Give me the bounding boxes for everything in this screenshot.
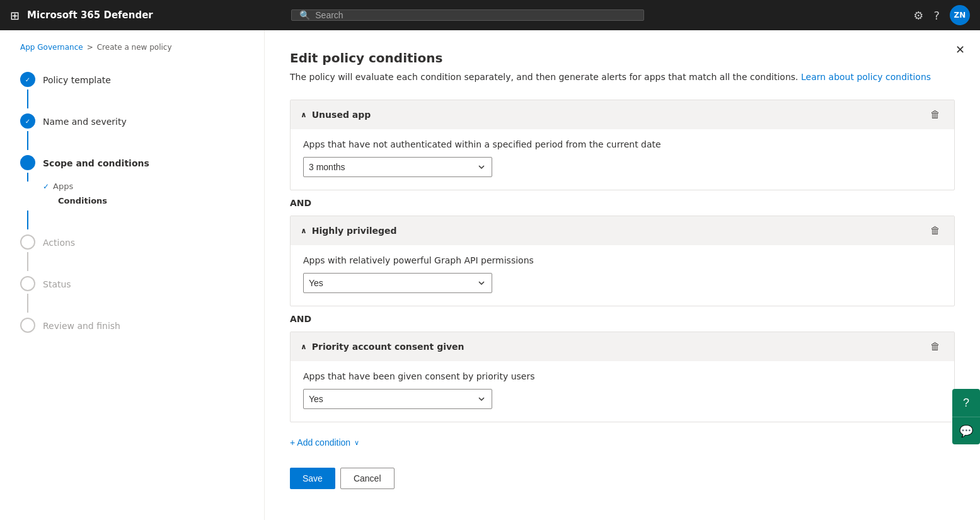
add-condition-button[interactable]: + Add condition ∨ — [290, 432, 359, 453]
connector-1 — [27, 90, 28, 108]
breadcrumb-parent[interactable]: App Governance — [20, 43, 83, 52]
step-label-4: Actions — [43, 236, 75, 248]
condition-highly-privileged: ∧ Highly privileged 🗑 Apps with relative… — [290, 216, 955, 306]
floating-chat-button[interactable]: 💬 — [952, 417, 980, 444]
step-label-5: Status — [43, 278, 71, 289]
step-sub-apps: ✓ Apps — [20, 182, 264, 196]
breadcrumb-separator: > — [87, 43, 93, 52]
condition-body-2: Apps with relatively powerful Graph API … — [291, 245, 954, 306]
breadcrumb-current: Create a new policy — [97, 43, 172, 52]
condition-unused-app: ∧ Unused app 🗑 Apps that have not authen… — [290, 100, 955, 190]
step-circle-2: ✓ — [20, 113, 35, 129]
main-content: ✕ Edit policy conditions The policy will… — [265, 30, 980, 520]
condition-2-dropdown[interactable]: Yes No — [303, 273, 492, 293]
step-scope-conditions: Scope and conditions ✓ Apps — [20, 153, 264, 229]
step-circle-1: ✓ — [20, 72, 35, 87]
step-circle-3 — [20, 155, 35, 170]
layout: App Governance > Create a new policy ✓ P… — [0, 30, 980, 520]
step-sub-apps-label: Apps — [53, 182, 73, 191]
step-policy-template: ✓ Policy template — [20, 69, 264, 108]
sidebar: App Governance > Create a new policy ✓ P… — [0, 30, 265, 520]
add-condition-label: + Add condition — [290, 437, 350, 448]
connector-4 — [27, 252, 28, 271]
connector-5 — [27, 294, 28, 313]
learn-more-link[interactable]: Learn about policy conditions — [801, 72, 931, 82]
close-button[interactable]: ✕ — [955, 43, 965, 57]
condition-3-dropdown[interactable]: Yes No — [303, 389, 492, 409]
topbar-right: ⚙ ? ZN — [913, 5, 970, 25]
condition-header-1: ∧ Unused app 🗑 — [291, 100, 954, 129]
chevron-up-icon-1: ∧ — [301, 110, 307, 119]
condition-1-dropdown[interactable]: 3 months 1 month 2 months 6 months 12 mo… — [303, 157, 492, 177]
help-icon[interactable]: ? — [933, 9, 940, 22]
save-button[interactable]: Save — [290, 468, 335, 489]
step-label-1: Policy template — [43, 74, 111, 85]
app-title: Microsoft 365 Defender — [27, 9, 153, 21]
step-circle-4 — [20, 234, 35, 250]
condition-header-3: ∧ Priority account consent given 🗑 — [291, 332, 954, 361]
and-label-2: AND — [290, 306, 955, 332]
condition-priority-consent: ∧ Priority account consent given 🗑 Apps … — [290, 332, 955, 422]
page-description: The policy will evaluate each condition … — [290, 72, 955, 82]
step-sub-conditions-label: Conditions — [58, 196, 107, 205]
settings-icon[interactable]: ⚙ — [913, 9, 923, 22]
topbar: ⊞ Microsoft 365 Defender 🔍 ⚙ ? ZN — [0, 0, 980, 30]
delete-condition-2-button[interactable]: 🗑 — [926, 224, 944, 238]
chevron-up-icon-3: ∧ — [301, 342, 307, 351]
search-input[interactable] — [315, 10, 636, 20]
condition-header-2: ∧ Highly privileged 🗑 — [291, 216, 954, 245]
condition-desc-1: Apps that have not authenticated within … — [303, 139, 942, 149]
chevron-down-icon: ∨ — [354, 439, 359, 447]
step-label-6: Review and finish — [43, 320, 120, 331]
condition-body-3: Apps that have been given consent by pri… — [291, 361, 954, 422]
condition-body-1: Apps that have not authenticated within … — [291, 129, 954, 190]
step-label-3: Scope and conditions — [43, 157, 149, 168]
grid-icon[interactable]: ⊞ — [10, 9, 20, 22]
delete-condition-1-button[interactable]: 🗑 — [926, 108, 944, 122]
breadcrumb: App Governance > Create a new policy — [20, 43, 264, 52]
page-title: Edit policy conditions — [290, 50, 955, 66]
step-circle-6 — [20, 318, 35, 333]
floating-help-icon: ? — [963, 396, 969, 410]
step-label-2: Name and severity — [43, 115, 127, 127]
condition-desc-3: Apps that have been given consent by pri… — [303, 371, 942, 381]
step-actions: Actions — [20, 232, 264, 271]
avatar[interactable]: ZN — [950, 5, 970, 25]
condition-desc-2: Apps with relatively powerful Graph API … — [303, 255, 942, 265]
floating-help-button[interactable]: ? — [952, 389, 980, 417]
floating-chat-icon: 💬 — [959, 424, 973, 438]
steps-list: ✓ Policy template ✓ Name and severity Sc… — [20, 69, 264, 338]
and-label-1: AND — [290, 190, 955, 216]
bottom-actions: Save Cancel — [290, 468, 955, 489]
cancel-button[interactable]: Cancel — [340, 468, 395, 489]
step-name-severity: ✓ Name and severity — [20, 111, 264, 150]
connector-3 — [27, 211, 28, 229]
step-sub-conditions: Conditions — [20, 196, 264, 211]
floating-buttons: ? 💬 — [952, 389, 980, 444]
chevron-up-icon-2: ∧ — [301, 226, 307, 235]
step-circle-5 — [20, 276, 35, 291]
search-icon: 🔍 — [299, 10, 310, 20]
condition-title-3: Priority account consent given — [312, 342, 464, 352]
connector-2 — [27, 131, 28, 150]
condition-title-1: Unused app — [312, 110, 371, 120]
step-review-finish: Review and finish — [20, 315, 264, 335]
step-status: Status — [20, 274, 264, 313]
search-box: 🔍 — [291, 9, 644, 21]
condition-title-2: Highly privileged — [312, 226, 397, 236]
delete-condition-3-button[interactable]: 🗑 — [926, 340, 944, 354]
check-apps-icon: ✓ — [43, 182, 49, 191]
